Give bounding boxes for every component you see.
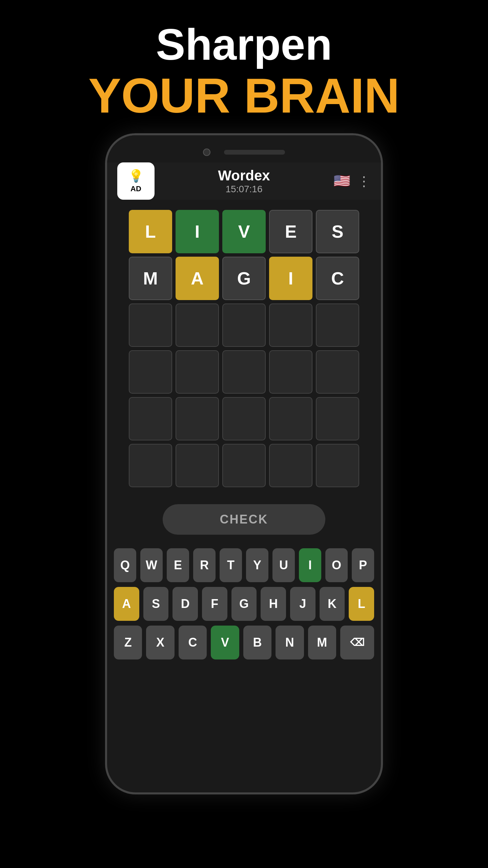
grid-cell (269, 303, 312, 347)
phone-side-button (381, 271, 383, 312)
key-l[interactable]: L (349, 587, 374, 621)
grid-cell (269, 350, 312, 394)
menu-icon[interactable]: ⋮ (357, 173, 371, 189)
grid-cell (222, 303, 266, 347)
ad-label: AD (130, 184, 141, 193)
grid-cell (176, 444, 219, 487)
grid-cell (176, 303, 219, 347)
key-y[interactable]: Y (246, 548, 268, 582)
grid-cell (316, 397, 359, 440)
key-t[interactable]: T (220, 548, 242, 582)
key-b[interactable]: B (243, 626, 271, 659)
header-section: Sharpen YOUR BRAIN (0, 0, 488, 133)
grid-cell: M (129, 257, 172, 300)
keyboard-row-2: ASDFGHJKL (114, 587, 374, 621)
grid-cell (129, 303, 172, 347)
keyboard-area: QWERTYUIOP ASDFGHJKL ZXCVBNM⌫ (107, 545, 381, 678)
grid-cell: V (222, 210, 266, 253)
grid-cell (316, 444, 359, 487)
sharpen-title: Sharpen (0, 20, 488, 69)
key-o[interactable]: O (325, 548, 348, 582)
grid-cell: S (316, 210, 359, 253)
grid-cell (222, 397, 266, 440)
key-c[interactable]: C (179, 626, 207, 659)
key-e[interactable]: E (167, 548, 189, 582)
grid-cell (316, 303, 359, 347)
grid-cell (176, 350, 219, 394)
app-title-section: Wordex 15:07:16 (155, 167, 333, 195)
key-d[interactable]: D (172, 587, 198, 621)
app-title: Wordex (155, 167, 333, 184)
key-g[interactable]: G (231, 587, 257, 621)
grid-cell: G (222, 257, 266, 300)
phone-camera (203, 149, 210, 156)
phone-top-bar (107, 135, 381, 162)
grid-cell: A (176, 257, 219, 300)
app-timer: 15:07:16 (155, 184, 333, 195)
app-bar-right: 🇺🇸 ⋮ (333, 173, 371, 189)
key-h[interactable]: H (261, 587, 286, 621)
flag-icon[interactable]: 🇺🇸 (333, 173, 350, 189)
app-bar: 💡 AD Wordex 15:07:16 🇺🇸 ⋮ (107, 162, 381, 200)
key-m[interactable]: M (308, 626, 336, 659)
keyboard-row-3: ZXCVBNM⌫ (114, 626, 374, 659)
grid-cell (176, 397, 219, 440)
key-u[interactable]: U (272, 548, 295, 582)
grid-cell: E (269, 210, 312, 253)
phone-speaker (224, 150, 285, 155)
grid-cell (222, 350, 266, 394)
grid-cell (316, 350, 359, 394)
key-s[interactable]: S (143, 587, 169, 621)
game-area: LIVESMAGIC (107, 200, 381, 497)
key-z[interactable]: Z (114, 626, 142, 659)
key-f[interactable]: F (202, 587, 227, 621)
keyboard-row-1: QWERTYUIOP (114, 548, 374, 582)
grid-cell: I (176, 210, 219, 253)
key-x[interactable]: X (146, 626, 174, 659)
grid-cell (269, 397, 312, 440)
key-⌫[interactable]: ⌫ (340, 626, 374, 659)
word-grid: LIVESMAGIC (129, 210, 359, 487)
key-j[interactable]: J (290, 587, 316, 621)
key-q[interactable]: Q (114, 548, 136, 582)
check-button-area: CHECK (107, 497, 381, 545)
phone-frame: 💡 AD Wordex 15:07:16 🇺🇸 ⋮ LIVESMAGIC CHE… (105, 133, 383, 794)
key-k[interactable]: K (320, 587, 345, 621)
grid-cell: I (269, 257, 312, 300)
grid-cell (269, 444, 312, 487)
key-p[interactable]: P (352, 548, 374, 582)
key-v[interactable]: V (211, 626, 239, 659)
grid-cell (129, 444, 172, 487)
grid-cell: L (129, 210, 172, 253)
key-n[interactable]: N (276, 626, 304, 659)
bulb-icon: 💡 (128, 169, 144, 183)
ad-button[interactable]: 💡 AD (117, 162, 155, 200)
grid-cell (129, 397, 172, 440)
key-i[interactable]: I (299, 548, 321, 582)
grid-cell (222, 444, 266, 487)
key-w[interactable]: W (140, 548, 163, 582)
brain-title: YOUR BRAIN (0, 69, 488, 123)
key-r[interactable]: R (193, 548, 216, 582)
grid-cell (129, 350, 172, 394)
grid-cell: C (316, 257, 359, 300)
key-a[interactable]: A (114, 587, 139, 621)
check-button[interactable]: CHECK (163, 504, 325, 535)
